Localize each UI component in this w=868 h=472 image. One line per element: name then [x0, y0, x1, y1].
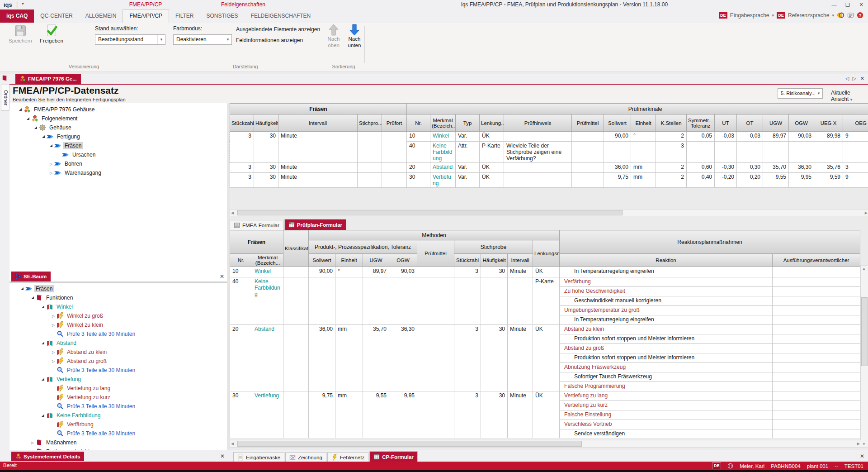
cell-sollwert[interactable]	[309, 277, 335, 325]
tab-scroll-left-icon[interactable]: ◁	[845, 76, 849, 81]
cell-ueg_x[interactable]	[814, 142, 843, 163]
cell-klassifikation[interactable]	[283, 391, 309, 439]
expander-closed-icon[interactable]: ▷	[48, 171, 54, 175]
cell-klassifikation[interactable]	[283, 267, 309, 277]
column-header[interactable]: Einheit	[631, 114, 656, 132]
bottom-tab-fehlernetz[interactable]: Fehlernetz	[327, 452, 368, 462]
cell-ut[interactable]	[715, 142, 737, 163]
column-header[interactable]: Sollwert	[309, 254, 335, 267]
cell-pruefmittel[interactable]	[417, 325, 454, 391]
cell-intervall[interactable]: Minute	[508, 325, 533, 391]
cell-sollwert[interactable]: 9,75	[604, 173, 631, 188]
column-header[interactable]: UEG X	[814, 114, 843, 132]
cell-ot[interactable]: 0,30	[737, 163, 763, 173]
cell-lenkung[interactable]: ÜK	[480, 173, 504, 188]
expander-open-icon[interactable]	[30, 296, 35, 299]
se-baum-item[interactable]: Prüfe 3 Teile alle 30 Minuten	[9, 402, 227, 411]
cell-stichprobe[interactable]	[358, 132, 382, 163]
expander-closed-icon[interactable]: ▷	[48, 162, 54, 166]
column-header[interactable]: UT	[715, 114, 737, 132]
ordner-tree-item[interactable]: ▷Bohren	[9, 159, 227, 168]
cell-ausfuehrungsverantwortlicher[interactable]	[773, 334, 860, 344]
cell-merkmal[interactable]: Winkel	[252, 267, 283, 277]
cell-pruefhinweis[interactable]: Wieviele Teile der Stichprobe zeigen ein…	[504, 142, 572, 163]
column-header[interactable]: Intervall	[508, 254, 533, 267]
expander-open-icon[interactable]	[48, 144, 54, 147]
cell-reaktion-massnahme[interactable]: Produktion sofort stoppen und Meister in…	[560, 353, 773, 363]
move-down-button[interactable]: Nach unten	[344, 24, 364, 48]
cell-typ[interactable]: Var.	[456, 163, 480, 173]
cell-nr[interactable]: 10	[407, 132, 430, 142]
cell-ogw[interactable]: 36,30	[789, 163, 814, 173]
tab-scroll-right-icon[interactable]: ▷	[853, 76, 856, 81]
column-header[interactable]: Stückzahl	[454, 254, 481, 267]
column-header-pruefmittel[interactable]: Prüfmittel	[417, 240, 454, 267]
cell-oeg_x[interactable]: 3	[843, 163, 868, 173]
scroll-left-icon[interactable]: ◀	[231, 442, 234, 446]
color-rings-icon[interactable]	[837, 12, 844, 19]
cell-merkmal[interactable]: Abstand	[430, 163, 456, 173]
systemelement-details-tab[interactable]: Systemelement Details	[11, 452, 84, 461]
release-button[interactable]: Freigeben	[37, 24, 66, 44]
expander-open-icon[interactable]	[40, 414, 46, 417]
cell-ausfuehrungsverantwortlicher[interactable]	[773, 315, 860, 325]
cell-ogw[interactable]: 9,95	[789, 173, 814, 188]
scroll-up-icon[interactable]: ▲	[862, 267, 866, 271]
ribbon-tab-allgemein[interactable]: ALLGEMEIN	[79, 10, 123, 23]
cell-stueckzahl[interactable]: 3	[230, 163, 254, 173]
cell-intervall[interactable]	[508, 277, 533, 325]
expander-open-icon[interactable]	[19, 287, 25, 290]
column-header[interactable]: UGW	[763, 114, 789, 132]
ordner-side-tab[interactable]: Ordner	[1, 85, 9, 111]
cell-ut[interactable]: -0,30	[715, 163, 737, 173]
bottom-tab-zeichnung[interactable]: Zeichnung	[285, 452, 326, 462]
cell-ogw[interactable]: 90,03	[389, 267, 417, 277]
cell-pruefort[interactable]	[382, 163, 407, 173]
top-grid-hscrollbar[interactable]: ◀ ▶	[230, 209, 868, 216]
cell-typ[interactable]: Var.	[456, 132, 480, 142]
cell-symmetr[interactable]: 0,60	[687, 163, 715, 173]
se-baum-item[interactable]: Verfärbung	[9, 420, 227, 429]
cell-ogw[interactable]: 36,30	[389, 325, 417, 391]
cell-ausfuehrungsverantwortlicher[interactable]	[773, 296, 860, 306]
ordner-tree-item[interactable]: Gehäuse	[9, 123, 227, 132]
cell-sollwert[interactable]: 36,00	[309, 325, 335, 391]
column-header-klassifikation[interactable]: Klassifikation	[283, 230, 309, 267]
chevron-down-icon[interactable]: ▾	[772, 13, 774, 18]
cell-merkmal[interactable]: Abstand	[252, 325, 283, 391]
scroll-down-icon[interactable]: ▼	[862, 442, 866, 446]
cell-ausfuehrungsverantwortlicher[interactable]	[773, 372, 860, 382]
cell-intervall[interactable]: Minute	[508, 267, 533, 277]
reference-language-label[interactable]: Referenzsprache	[788, 12, 829, 19]
cell-reaktion-ursache[interactable]: Zu hohe Geschwindigkeit	[560, 287, 773, 296]
cell-sollwert[interactable]: 90,00	[604, 132, 631, 142]
cell-typ[interactable]: Var.	[456, 173, 480, 188]
cell-merkmal[interactable]: Keine Farbbildung	[430, 142, 456, 163]
expander-open-icon[interactable]	[40, 305, 46, 308]
cell-ugw[interactable]	[763, 142, 789, 163]
chevron-down-icon[interactable]: ▾	[224, 35, 231, 44]
cell-ausfuehrungsverantwortlicher[interactable]	[773, 353, 860, 363]
ordner-tree-item[interactable]: ▷Warenausgang	[9, 168, 227, 177]
cell-ausfuehrungsverantwortlicher[interactable]	[773, 306, 860, 315]
cell-lenkungsmethode[interactable]: ÜK	[533, 325, 560, 391]
cell-lenkung[interactable]: ÜK	[480, 163, 504, 173]
se-baum-item[interactable]: ▷Abstand zu groß	[9, 357, 227, 366]
cell-stichprobe[interactable]	[358, 173, 382, 188]
cell-kstellen[interactable]: 2	[656, 173, 687, 188]
se-baum-item[interactable]: ▷Winkel zu groß	[9, 311, 227, 320]
ordner-tree-item[interactable]: Folgenelement	[9, 114, 227, 123]
cell-lenkung[interactable]: P-Karte	[480, 142, 504, 163]
se-baum-item[interactable]: ▷Fertigungseinrichtungen	[9, 447, 227, 450]
ribbon-tab-feldeigenschaften[interactable]: FELDEIGENSCHAFTEN	[245, 10, 317, 23]
cell-klassifikation[interactable]	[283, 325, 309, 391]
cell-symmetr[interactable]	[687, 142, 715, 163]
cell-pruefmittel[interactable]	[417, 277, 454, 325]
cell-symmetr[interactable]: 0,05	[687, 132, 715, 142]
column-header[interactable]: Merkmal (Bezeich...	[430, 114, 456, 132]
se-baum-item[interactable]: Keine Farbbildung	[9, 411, 227, 420]
cell-ogw[interactable]	[389, 277, 417, 325]
cell-reaktion-ursache[interactable]: Abstand zu klein	[560, 325, 773, 334]
reference-language-flag-icon[interactable]: DE	[777, 12, 785, 19]
input-language-label[interactable]: Eingabesprache	[730, 12, 769, 19]
